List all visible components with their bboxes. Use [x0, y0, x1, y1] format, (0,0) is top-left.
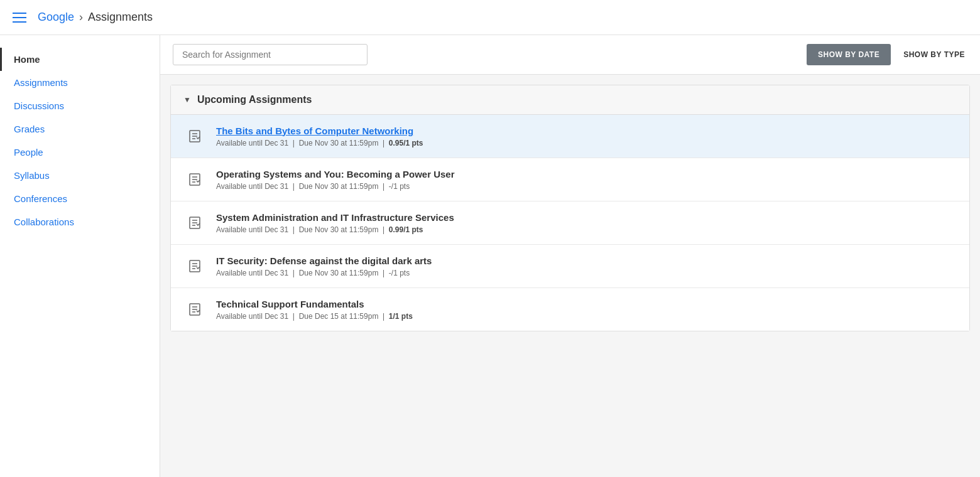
table-row[interactable]: The Bits and Bytes of Computer Networkin… [171, 115, 969, 158]
toolbar: SHOW BY DATE SHOW BY TYPE [160, 35, 980, 75]
assignment-info: Technical Support Fundamentals Available… [216, 299, 957, 321]
show-by-date-button[interactable]: SHOW BY DATE [807, 44, 891, 65]
assignment-meta: Available until Dec 31 | Due Dec 15 at 1… [216, 312, 957, 321]
section-header[interactable]: ▼ Upcoming Assignments [171, 85, 969, 115]
assignment-icon [183, 168, 206, 191]
table-row[interactable]: System Administration and IT Infrastruct… [171, 201, 969, 245]
assignment-info: IT Security: Defense against the digital… [216, 255, 957, 277]
sidebar-item-home[interactable]: Home [0, 48, 160, 71]
show-by-type-button[interactable]: SHOW BY TYPE [901, 44, 967, 65]
assignments-section: ▼ Upcoming Assignments The Bits and Byte… [170, 85, 970, 331]
assignment-info: System Administration and IT Infrastruct… [216, 212, 957, 234]
sidebar-item-discussions[interactable]: Discussions [0, 94, 160, 117]
table-row[interactable]: Technical Support Fundamentals Available… [171, 288, 969, 331]
assignment-info: The Bits and Bytes of Computer Networkin… [216, 126, 957, 147]
layout: Home Assignments Discussions Grades Peop… [0, 35, 980, 477]
assignment-title[interactable]: Technical Support Fundamentals [216, 299, 957, 309]
assignment-title[interactable]: The Bits and Bytes of Computer Networkin… [216, 126, 957, 136]
assignment-meta: Available until Dec 31 | Due Nov 30 at 1… [216, 225, 957, 234]
section-title: Upcoming Assignments [197, 94, 312, 105]
sidebar-item-conferences[interactable]: Conferences [0, 187, 160, 210]
chevron-icon: ▼ [183, 95, 191, 104]
breadcrumb-current: Assignments [88, 11, 153, 24]
assignment-title[interactable]: IT Security: Defense against the digital… [216, 255, 957, 266]
breadcrumb-separator: › [79, 11, 83, 24]
sidebar-item-grades[interactable]: Grades [0, 117, 160, 141]
assignment-info: Operating Systems and You: Becoming a Po… [216, 169, 957, 191]
sidebar-item-assignments[interactable]: Assignments [0, 71, 160, 94]
breadcrumb-google-link[interactable]: Google [38, 11, 74, 24]
sidebar: Home Assignments Discussions Grades Peop… [0, 35, 160, 477]
search-input[interactable] [173, 44, 368, 65]
assignment-icon [183, 212, 206, 234]
assignment-meta: Available until Dec 31 | Due Nov 30 at 1… [216, 269, 957, 277]
sidebar-item-collaborations[interactable]: Collaborations [0, 210, 160, 233]
assignment-icon [183, 255, 206, 277]
assignment-meta: Available until Dec 31 | Due Nov 30 at 1… [216, 139, 957, 147]
hamburger-menu[interactable] [13, 13, 26, 23]
top-bar: Google › Assignments [0, 0, 980, 35]
breadcrumb: Google › Assignments [38, 11, 153, 24]
table-row[interactable]: Operating Systems and You: Becoming a Po… [171, 158, 969, 201]
assignment-meta: Available until Dec 31 | Due Nov 30 at 1… [216, 182, 957, 191]
assignment-icon [183, 298, 206, 321]
assignment-icon [183, 125, 206, 147]
sidebar-item-syllabus[interactable]: Syllabus [0, 164, 160, 187]
assignment-title[interactable]: Operating Systems and You: Becoming a Po… [216, 169, 957, 180]
sidebar-item-people[interactable]: People [0, 141, 160, 164]
assignment-title[interactable]: System Administration and IT Infrastruct… [216, 212, 957, 223]
main-content: SHOW BY DATE SHOW BY TYPE ▼ Upcoming Ass… [160, 35, 980, 477]
table-row[interactable]: IT Security: Defense against the digital… [171, 245, 969, 288]
